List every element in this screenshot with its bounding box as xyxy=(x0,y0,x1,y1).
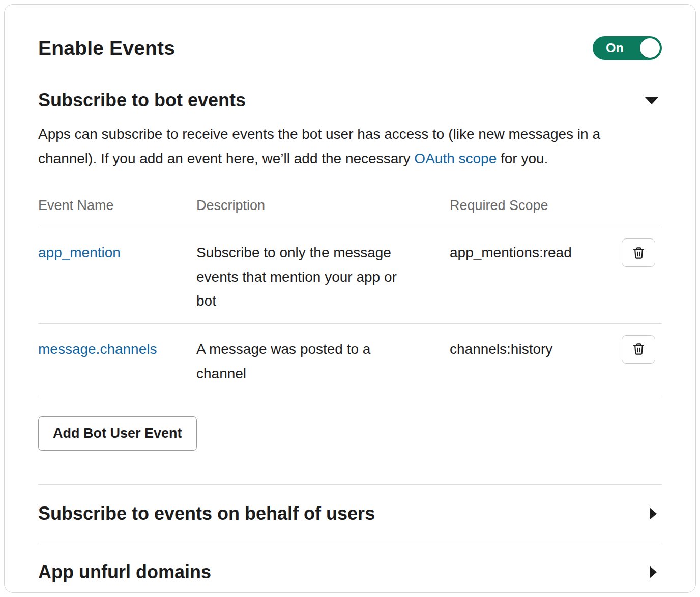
event-description: Subscribe to only the message events tha… xyxy=(196,227,434,323)
required-scope: channels:history xyxy=(450,324,622,396)
enable-events-toggle[interactable]: On xyxy=(593,36,662,60)
bot-events-section-header[interactable]: Subscribe to bot events xyxy=(38,89,662,111)
table-row: message.channels A message was posted to… xyxy=(38,324,662,396)
chevron-down-icon[interactable] xyxy=(645,97,659,104)
table-row: app_mention Subscribe to only the messag… xyxy=(38,227,662,324)
column-header-required-scope: Required Scope xyxy=(450,194,622,227)
trash-icon xyxy=(632,342,646,356)
event-description: A message was posted to a channel xyxy=(196,324,434,396)
bot-events-section-title: Subscribe to bot events xyxy=(38,89,246,111)
table-header-row: Event Name Description Required Scope xyxy=(38,194,662,227)
event-name-link[interactable]: message.channels xyxy=(38,341,157,357)
required-scope: app_mentions:read xyxy=(450,227,622,323)
oauth-scope-link[interactable]: OAuth scope xyxy=(414,151,497,166)
trash-icon xyxy=(632,246,646,260)
app-unfurl-domains-section-title: App unfurl domains xyxy=(38,561,211,583)
description-text-after: for you. xyxy=(497,151,548,166)
bot-events-description: Apps can subscribe to receive events the… xyxy=(38,122,662,171)
page-title: Enable Events xyxy=(38,37,175,59)
column-header-description: Description xyxy=(196,194,450,227)
page-header: Enable Events On xyxy=(38,36,662,60)
column-header-event-name: Event Name xyxy=(38,194,196,227)
toggle-knob[interactable] xyxy=(640,38,660,58)
delete-event-button[interactable] xyxy=(622,238,655,267)
user-events-section-header[interactable]: Subscribe to events on behalf of users xyxy=(38,485,662,543)
bot-events-table: Event Name Description Required Scope ap… xyxy=(38,194,662,396)
add-bot-user-event-button[interactable]: Add Bot User Event xyxy=(38,416,197,451)
delete-event-button[interactable] xyxy=(622,335,655,364)
event-name-link[interactable]: app_mention xyxy=(38,245,121,260)
chevron-right-icon[interactable] xyxy=(650,566,657,578)
column-header-actions xyxy=(622,194,671,227)
chevron-right-icon[interactable] xyxy=(650,508,657,520)
events-settings-card: Enable Events On Subscribe to bot events… xyxy=(4,4,696,593)
app-unfurl-domains-section-header[interactable]: App unfurl domains xyxy=(38,543,662,593)
user-events-section-title: Subscribe to events on behalf of users xyxy=(38,503,375,524)
toggle-state-label: On xyxy=(606,41,624,55)
